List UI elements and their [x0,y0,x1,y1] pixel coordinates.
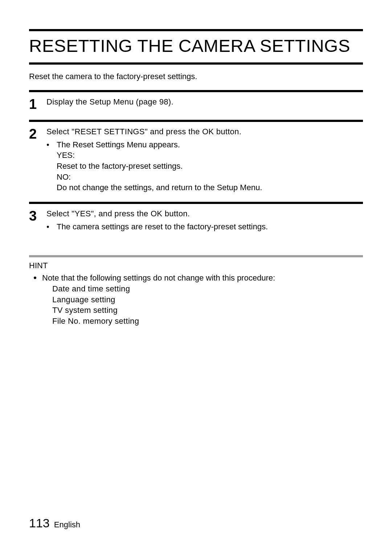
step-instruction: Select "RESET SETTINGS" and press the OK… [46,126,363,137]
page-title: RESETTING THE CAMERA SETTINGS [29,36,363,56]
step-sub-lines: The Reset Settings Menu appears. YES: Re… [57,139,363,193]
hint-item: File No. memory setting [52,316,363,327]
page-language: English [54,520,80,529]
bullet-icon: • [33,273,42,326]
step-sub-line: YES: [57,150,363,161]
hint-body: Note that the following settings do not … [42,273,363,326]
hint-bullet: • Note that the following settings do no… [29,273,363,326]
step-body: Display the Setup Menu (page 98). [46,97,363,107]
bullet-icon: • [46,139,57,193]
bullet-icon: • [46,221,57,232]
step-sub-bullet: • The Reset Settings Menu appears. YES: … [46,139,363,193]
hint-item: Date and time setting [52,283,363,294]
hint-sublines: Date and time setting Language setting T… [42,283,363,327]
step-instruction: Display the Setup Menu (page 98). [46,97,363,107]
hint-separator [29,255,363,257]
step-3: 3 Select "YES", and press the OK button.… [29,202,363,241]
step-sub-line: The camera settings are reset to the fac… [57,221,363,232]
step-number: 2 [29,126,46,141]
step-body: Select "RESET SETTINGS" and press the OK… [46,126,363,193]
step-number: 1 [29,97,46,111]
step-number: 3 [29,208,46,223]
hint-item: TV system setting [52,305,363,316]
step-body: Select "YES", and press the OK button. •… [46,208,363,232]
hint-label: HINT [29,261,363,270]
manual-page: RESETTING THE CAMERA SETTINGS Reset the … [0,0,392,552]
step-sub-line: NO: [57,172,363,183]
page-number: 113 [29,516,50,530]
intro-text: Reset the camera to the factory-preset s… [29,72,363,81]
step-instruction: Select "YES", and press the OK button. [46,208,363,219]
step-2: 2 Select "RESET SETTINGS" and press the … [29,120,363,202]
page-footer: 113 English [29,516,80,530]
hint-lead: Note that the following settings do not … [42,273,363,283]
step-1: 1 Display the Setup Menu (page 98). [29,90,363,120]
hint-item: Language setting [52,294,363,305]
step-sub-line: Reset to the factory-preset settings. [57,161,363,172]
step-sub-line: Do not change the settings, and return t… [57,182,363,193]
heading-wrap: RESETTING THE CAMERA SETTINGS [29,29,363,65]
step-sub-line: The Reset Settings Menu appears. [57,139,363,150]
step-sub-bullet: • The camera settings are reset to the f… [46,221,363,232]
step-sub-lines: The camera settings are reset to the fac… [57,221,363,232]
